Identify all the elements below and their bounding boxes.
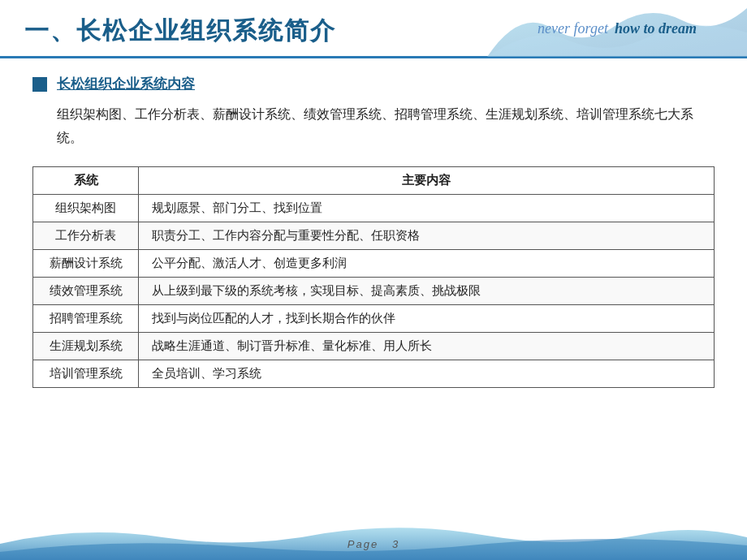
cell-system: 培训管理系统 [33, 360, 139, 387]
cell-content: 找到与岗位匹配的人才，找到长期合作的伙伴 [139, 304, 715, 332]
main-content: 长松组织企业系统内容 组织架构图、工作分析表、薪酬设计系统、绩效管理系统、招聘管… [0, 58, 747, 396]
table-row: 生涯规划系统战略生涯通道、制订晋升标准、量化标准、用人所长 [33, 332, 715, 360]
section-header: 长松组织企业系统内容 [32, 75, 715, 93]
cell-system: 招聘管理系统 [33, 304, 139, 332]
cell-system: 组织架构图 [33, 194, 139, 222]
cell-system: 薪酬设计系统 [33, 249, 139, 277]
page-number: Page 3 [348, 538, 399, 550]
section-body: 组织架构图、工作分析表、薪酬设计系统、绩效管理系统、招聘管理系统、生涯规划系统、… [57, 103, 715, 150]
tagline-part1: never forget [538, 20, 608, 37]
table-row: 绩效管理系统从上级到最下级的系统考核，实现目标、提高素质、挑战极限 [33, 277, 715, 304]
section-marker-icon [32, 77, 47, 92]
table-row: 工作分析表职责分工、工作内容分配与重要性分配、任职资格 [33, 222, 715, 249]
footer: Page 3 [0, 521, 747, 560]
cell-content: 公平分配、激活人才、创造更多利润 [139, 249, 715, 277]
table-row: 培训管理系统全员培训、学习系统 [33, 360, 715, 387]
cell-content: 全员培训、学习系统 [139, 360, 715, 387]
table-row: 薪酬设计系统公平分配、激活人才、创造更多利润 [33, 249, 715, 277]
table-header-row: 系统 主要内容 [33, 166, 715, 194]
systems-table: 系统 主要内容 组织架构图规划愿景、部门分工、找到位置工作分析表职责分工、工作内… [32, 166, 715, 388]
cell-content: 从上级到最下级的系统考核，实现目标、提高素质、挑战极限 [139, 277, 715, 304]
cell-content: 战略生涯通道、制订晋升标准、量化标准、用人所长 [139, 332, 715, 360]
section-title: 长松组织企业系统内容 [57, 75, 195, 93]
cell-system: 工作分析表 [33, 222, 139, 249]
cell-system: 绩效管理系统 [33, 277, 139, 304]
col-header-system: 系统 [33, 166, 139, 194]
tagline: never forget how to dream [487, 0, 747, 57]
header: 一、长松企业组织系统简介 never forget how to dream [0, 0, 747, 58]
cell-system: 生涯规划系统 [33, 332, 139, 360]
col-header-content: 主要内容 [139, 166, 715, 194]
table-row: 招聘管理系统找到与岗位匹配的人才，找到长期合作的伙伴 [33, 304, 715, 332]
cell-content: 职责分工、工作内容分配与重要性分配、任职资格 [139, 222, 715, 249]
table-row: 组织架构图规划愿景、部门分工、找到位置 [33, 194, 715, 222]
cell-content: 规划愿景、部门分工、找到位置 [139, 194, 715, 222]
tagline-part2: how to dream [615, 20, 697, 37]
page-title: 一、长松企业组织系统简介 [24, 15, 336, 48]
